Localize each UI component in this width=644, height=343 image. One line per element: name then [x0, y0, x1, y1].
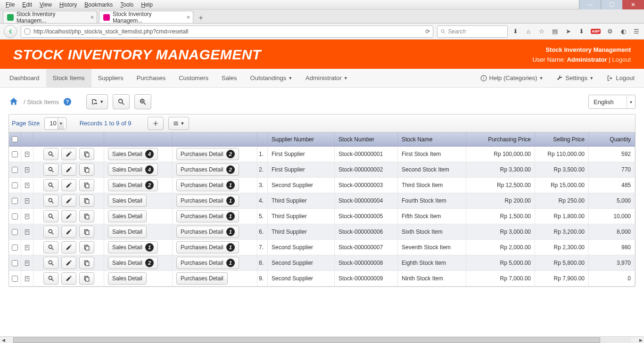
favicon-icon — [7, 14, 14, 21]
save-page-icon[interactable]: ⬇ — [578, 28, 585, 35]
clipboard-icon[interactable]: ▤ — [551, 28, 559, 35]
menu-bookmarks[interactable]: Bookmarks — [81, 0, 116, 9]
window-minimize-button[interactable]: — — [579, 0, 601, 9]
menu-edit[interactable]: Edit — [18, 0, 36, 9]
new-tab-button[interactable]: + — [195, 13, 206, 23]
download-icon[interactable]: ⬇ — [512, 28, 519, 35]
menu-view[interactable]: View — [36, 0, 56, 9]
menu-tools[interactable]: Tools — [116, 0, 137, 9]
favicon-icon — [103, 14, 110, 21]
arrow-left-icon — [7, 28, 14, 35]
menu-file[interactable]: File — [2, 0, 18, 9]
abp-icon[interactable]: ABP — [591, 29, 601, 34]
url-input[interactable]: http://localhost/php_stock/a_stock_items… — [21, 25, 433, 38]
search-input[interactable]: Search — [437, 25, 508, 38]
search-icon — [440, 29, 446, 34]
tab-strip: Stock Inventory Managem...×Stock Invento… — [0, 9, 644, 24]
window-close-button[interactable]: ✕ — [622, 0, 644, 9]
url-text: http://localhost/php_stock/a_stock_items… — [33, 28, 189, 35]
reload-icon[interactable]: ⟳ — [425, 28, 430, 35]
menu-history[interactable]: History — [56, 0, 81, 9]
menu-icon[interactable]: ☰ — [633, 28, 640, 35]
refresh-circle-icon[interactable]: ◐ — [619, 28, 627, 35]
addon-icon[interactable]: ⚙ — [606, 28, 614, 35]
search-placeholder: Search — [448, 28, 466, 35]
bookmark-star-icon[interactable]: ☆ — [538, 28, 545, 35]
send-icon[interactable]: ➤ — [564, 28, 572, 35]
close-tab-icon[interactable]: × — [187, 14, 190, 21]
browser-tab[interactable]: Stock Inventory Managem...× — [99, 11, 193, 23]
tab-title: Stock Inventory Managem... — [113, 11, 182, 24]
browser-toolbar-icons: ⬇ ⌂ ☆ ▤ ➤ ⬇ ABP ⚙ ◐ ☰ — [512, 28, 640, 35]
svg-point-0 — [441, 30, 444, 33]
window-maximize-button[interactable]: ☐ — [601, 0, 622, 9]
svg-line-1 — [444, 32, 446, 33]
menu-help[interactable]: Help — [137, 0, 157, 9]
close-tab-icon[interactable]: × — [91, 14, 94, 21]
browser-tab[interactable]: Stock Inventory Managem...× — [3, 11, 97, 23]
globe-icon — [24, 28, 31, 35]
url-bar-row: http://localhost/php_stock/a_stock_items… — [0, 24, 644, 40]
home-icon[interactable]: ⌂ — [525, 28, 532, 35]
tab-title: Stock Inventory Managem... — [17, 11, 86, 24]
window-controls: — ☐ ✕ — [579, 0, 644, 9]
back-button[interactable] — [4, 25, 17, 38]
browser-menubar: FileEditViewHistoryBookmarksToolsHelp — [0, 0, 644, 9]
